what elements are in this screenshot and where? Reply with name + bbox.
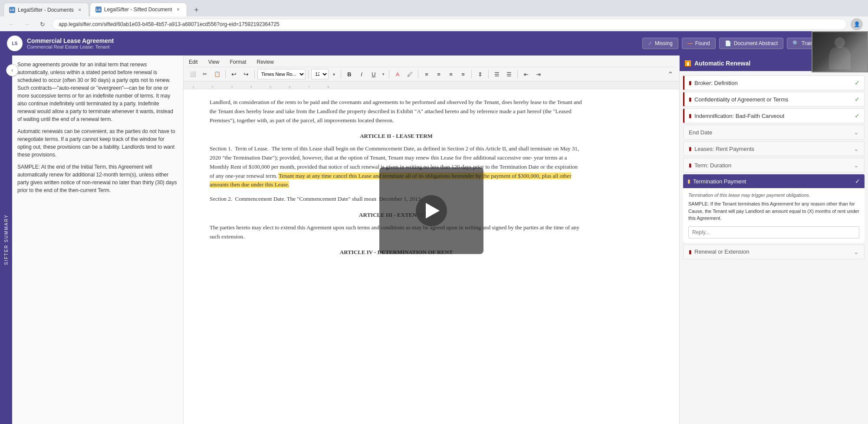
align-justify-button[interactable]: ≡ bbox=[457, 69, 469, 79]
tab-favicon-2: LS bbox=[95, 7, 102, 13]
toolbar-buttons-row: ⬜ ✂ 📋 ↩ ↪ Times New Ro... 12 ▾ B I U bbox=[187, 69, 676, 79]
menu-review[interactable]: Review bbox=[255, 58, 276, 66]
logo-icon: LS bbox=[7, 36, 23, 51]
sifter-item-indemnification[interactable]: ▮ Indemnification: Bad-Faith Carveout ✓ bbox=[683, 108, 865, 123]
doc-content: Landlord, in consideration of the rents … bbox=[184, 89, 679, 424]
menu-view[interactable]: View bbox=[207, 58, 221, 66]
term-duration-left: ▮ Term: Duration bbox=[689, 162, 731, 169]
align-left-button[interactable]: ≡ bbox=[421, 69, 432, 79]
found-dash-icon: — bbox=[687, 40, 693, 46]
spacer-item-term-duration[interactable]: ▮ Term: Duration ⌄ bbox=[683, 158, 865, 173]
auto-renewal-label: Automatic Renewal bbox=[694, 60, 750, 67]
tab-close-1[interactable]: × bbox=[76, 7, 83, 13]
highlight-button[interactable]: 🖊 bbox=[404, 69, 415, 79]
video-overlay[interactable] bbox=[379, 167, 483, 254]
article2-title: ARTICLE II - LEASE TERM bbox=[210, 132, 583, 141]
sidebar-collapse-button[interactable]: ‹ bbox=[6, 64, 18, 76]
font-size-down[interactable]: ▾ bbox=[329, 69, 338, 79]
termination-description: Termination of this lease may trigger pa… bbox=[688, 192, 859, 198]
redo-button[interactable]: ↪ bbox=[240, 69, 252, 79]
end-date-expand-icon: ⌄ bbox=[854, 129, 859, 136]
cut-button[interactable]: ✂ bbox=[199, 69, 210, 79]
sifter-item-confidentiality-left: ▮ Confidentiality of Agreement or Terms bbox=[689, 96, 789, 103]
rent-payments-left: ▮ Leases: Rent Payments bbox=[689, 146, 754, 152]
document-abstract-button[interactable]: 📄 Document Abstract bbox=[719, 38, 783, 49]
toolbar-sep-6 bbox=[418, 70, 418, 78]
header-title: Commercial Lease Agreement bbox=[27, 37, 114, 44]
tab-close-2[interactable]: × bbox=[174, 6, 181, 13]
reload-button[interactable]: ↻ bbox=[36, 18, 49, 30]
termination-payment-icon: ▮ bbox=[687, 178, 690, 184]
address-bar: ← → ↻ app.legalsifter.com/sifted/60ab1e0… bbox=[0, 16, 868, 32]
webcam-head bbox=[835, 37, 845, 48]
expand-toolbar-button[interactable]: ⌃ bbox=[664, 69, 676, 79]
menu-edit[interactable]: Edit bbox=[187, 58, 200, 66]
indent-increase-button[interactable]: ⇥ bbox=[533, 69, 544, 79]
termination-payment-item[interactable]: ▮ Termination Payment ✓ Termination of t… bbox=[683, 174, 865, 243]
align-right-button[interactable]: ≡ bbox=[445, 69, 457, 79]
document-abstract-icon: 📄 bbox=[725, 40, 731, 46]
spacer-item-end-date[interactable]: End Date ⌄ bbox=[683, 125, 865, 140]
webcam-thumbnail bbox=[812, 31, 868, 72]
font-size-select[interactable]: 12 bbox=[311, 69, 329, 79]
found-button[interactable]: — Found bbox=[682, 38, 716, 49]
sifter-item-confidentiality-header: ▮ Confidentiality of Agreement or Terms … bbox=[684, 92, 864, 106]
url-text: app.legalsifter.com/sifted/60ab1e03-b458… bbox=[59, 21, 279, 27]
italic-button[interactable]: I bbox=[356, 69, 367, 79]
font-select[interactable]: Times New Ro... bbox=[257, 69, 306, 79]
logo-area: LS Commercial Lease Agreement Commercial… bbox=[7, 36, 114, 51]
tab-label-1: LegalSifter - Documents bbox=[18, 7, 74, 13]
new-tab-button[interactable]: + bbox=[190, 3, 203, 16]
numbered-list-button[interactable]: ☰ bbox=[503, 69, 515, 79]
sifter-sidebar-label: SIFTER SUMMARY bbox=[4, 214, 9, 265]
missing-check-icon: ✓ bbox=[648, 40, 652, 46]
indemnification-check-icon: ✓ bbox=[855, 112, 860, 119]
webcam-inner bbox=[812, 32, 867, 72]
auto-renewal-bar-icon: ▮ bbox=[685, 60, 691, 66]
confidentiality-item-label: Confidentiality of Agreement or Terms bbox=[694, 96, 789, 103]
spacer-item-rent-payments[interactable]: ▮ Leases: Rent Payments ⌄ bbox=[683, 141, 865, 156]
undo-button[interactable]: ↩ bbox=[228, 69, 240, 79]
tab-sifted[interactable]: LS LegalSifter - Sifted Document × bbox=[90, 3, 187, 16]
bold-button[interactable]: B bbox=[344, 69, 355, 79]
sifter-item-confidentiality[interactable]: ▮ Confidentiality of Agreement or Terms … bbox=[683, 92, 865, 107]
copy-button[interactable]: ⬜ bbox=[187, 69, 198, 79]
ruler: 12345678 bbox=[184, 82, 679, 89]
indent-decrease-button[interactable]: ⇤ bbox=[520, 69, 532, 79]
play-button[interactable] bbox=[416, 195, 447, 226]
termination-reply-input[interactable] bbox=[688, 226, 859, 238]
tab-documents[interactable]: LS LegalSifter - Documents × bbox=[3, 3, 89, 16]
sifter-list: ▮ Broker: Definition ✓ ▮ Confidentiality… bbox=[680, 72, 868, 424]
end-date-label: End Date bbox=[689, 129, 712, 136]
renewal-icon: ▮ bbox=[689, 249, 692, 255]
missing-button[interactable]: ✓ Missing bbox=[642, 38, 678, 49]
auto-renewal-left: ▮ Automatic Renewal bbox=[685, 60, 750, 67]
font-color-button[interactable]: A bbox=[392, 69, 403, 79]
renewal-expand-icon: ⌄ bbox=[854, 248, 859, 255]
toolbar-sep-4 bbox=[341, 70, 341, 78]
bullet-list-button[interactable]: ☰ bbox=[491, 69, 503, 79]
sifter-item-broker[interactable]: ▮ Broker: Definition ✓ bbox=[683, 75, 865, 90]
sifter-item-renewal[interactable]: ▮ Renewal or Extension ⌄ bbox=[683, 245, 865, 259]
menu-format[interactable]: Format bbox=[228, 58, 248, 66]
underline-dropdown[interactable]: ▾ bbox=[380, 69, 386, 79]
term-duration-expand-icon: ⌄ bbox=[854, 162, 859, 169]
profile-icon[interactable]: 👤 bbox=[851, 18, 863, 30]
forward-button[interactable]: → bbox=[21, 18, 33, 30]
back-button[interactable]: ← bbox=[5, 18, 17, 30]
rent-payments-icon: ▮ bbox=[689, 146, 692, 152]
logo-text: LS bbox=[12, 41, 18, 46]
term-duration-icon: ▮ bbox=[689, 162, 692, 168]
align-center-button[interactable]: ≡ bbox=[433, 69, 444, 79]
url-bar[interactable]: app.legalsifter.com/sifted/60ab1e03-b458… bbox=[52, 19, 847, 30]
info-paragraph-2: Automatic renewals can be convenient, as… bbox=[17, 127, 178, 159]
app-header: LS Commercial Lease Agreement Commercial… bbox=[0, 31, 868, 55]
rent-payments-expand-icon: ⌄ bbox=[854, 145, 859, 152]
right-panel: ▮ Automatic Renewal ✓ ▮ Broker: Definiti… bbox=[679, 55, 868, 424]
paste-button[interactable]: 📋 bbox=[211, 69, 223, 79]
header-subtitle: Commercial Real Estate Lease: Tenant bbox=[27, 44, 114, 49]
line-spacing-button[interactable]: ⇕ bbox=[474, 69, 486, 79]
sifter-item-indemnification-left: ▮ Indemnification: Bad-Faith Carveout bbox=[689, 113, 784, 119]
main-body: SIFTER SUMMARY ‹ Some agreements provide… bbox=[0, 55, 868, 424]
underline-button[interactable]: U bbox=[368, 69, 379, 79]
